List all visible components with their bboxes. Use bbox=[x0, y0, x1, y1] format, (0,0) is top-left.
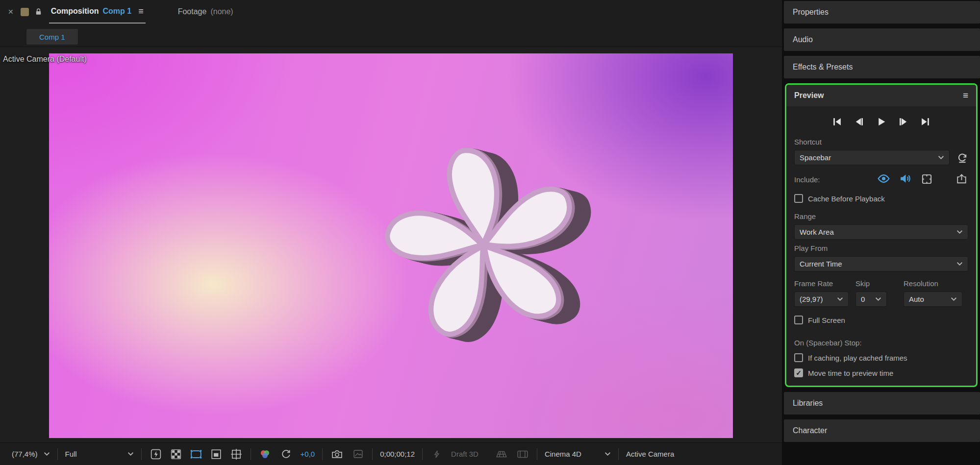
panel-color-swatch bbox=[21, 8, 29, 16]
comp-tab[interactable]: Comp 1 bbox=[26, 29, 78, 45]
panel-header-effects-presets[interactable]: Effects & Presets bbox=[784, 56, 980, 78]
resolution-label: Resolution bbox=[904, 279, 938, 288]
resolution-select[interactable]: Full bbox=[65, 450, 134, 458]
resolution-value: Full bbox=[65, 450, 77, 458]
ground-plane-button[interactable] bbox=[495, 448, 508, 461]
shortcut-label: Shortcut bbox=[794, 138, 968, 146]
toolbar-separator bbox=[57, 448, 58, 460]
frame-rate-label: Frame Rate bbox=[794, 279, 855, 288]
range-label: Range bbox=[794, 212, 968, 220]
previous-frame-button[interactable] bbox=[854, 117, 864, 127]
renderer-value: Cinema 4D bbox=[545, 450, 581, 458]
right-panel-stack: Properties Audio Effects & Presets Previ… bbox=[784, 0, 980, 465]
range-select[interactable]: Work Area bbox=[794, 224, 968, 240]
include-audio-toggle[interactable] bbox=[899, 173, 912, 185]
output-button[interactable] bbox=[955, 173, 968, 185]
preview-title: Preview bbox=[794, 91, 824, 100]
include-video-toggle[interactable] bbox=[877, 173, 890, 185]
panel-header-properties[interactable]: Properties bbox=[784, 1, 980, 24]
composition-viewer: Active Camera (Default) bbox=[0, 47, 782, 442]
view-value: Active Camera bbox=[626, 450, 674, 458]
include-label: Include: bbox=[794, 175, 820, 184]
include-overlays-toggle[interactable] bbox=[920, 173, 933, 185]
toolbar-separator bbox=[537, 448, 537, 460]
tab-footage[interactable]: Footage (none) bbox=[176, 0, 235, 24]
last-frame-button[interactable] bbox=[920, 117, 930, 127]
mask-visibility-button[interactable] bbox=[189, 448, 203, 461]
next-frame-button[interactable] bbox=[898, 117, 908, 127]
move-time-checkbox[interactable]: ✓ Move time to preview time bbox=[794, 367, 968, 379]
footage-tab-name: (none) bbox=[210, 7, 233, 16]
play-from-label: Play From bbox=[794, 244, 968, 252]
toolbar-separator bbox=[618, 448, 619, 460]
region-of-interest-button[interactable] bbox=[209, 448, 223, 461]
snapshot-button[interactable] bbox=[330, 448, 344, 461]
channels-button[interactable] bbox=[258, 448, 272, 461]
first-frame-button[interactable] bbox=[832, 117, 842, 127]
skip-label: Skip bbox=[855, 279, 904, 288]
show-snapshot-button[interactable] bbox=[351, 448, 365, 461]
full-screen-checkbox[interactable]: ✓ Full Screen bbox=[794, 314, 968, 326]
checkbox[interactable]: ✓ bbox=[794, 353, 803, 362]
chevron-down-icon bbox=[951, 297, 957, 301]
play-from-value: Current Time bbox=[800, 260, 956, 268]
skip-select[interactable]: 0 bbox=[855, 292, 887, 307]
panel-header-character[interactable]: Character bbox=[784, 419, 980, 442]
preview-panel-header[interactable]: Preview ≡ bbox=[786, 85, 976, 106]
if-caching-checkbox[interactable]: ✓ If caching, play cached frames bbox=[794, 352, 968, 364]
range-value: Work Area bbox=[800, 228, 956, 236]
resolution-preview-select[interactable]: Auto bbox=[904, 292, 962, 307]
viewer-tab-row: Comp 1 bbox=[0, 24, 782, 47]
preview-menu-icon[interactable]: ≡ bbox=[963, 90, 968, 101]
composition-canvas[interactable] bbox=[49, 53, 733, 438]
footage-tab-label: Footage bbox=[178, 7, 207, 16]
frame-rate-select[interactable]: (29,97) bbox=[794, 292, 849, 307]
zoom-select[interactable]: (77,4%) bbox=[12, 450, 50, 458]
play-button[interactable] bbox=[876, 117, 886, 127]
composition-tab-name: Comp 1 bbox=[103, 7, 132, 16]
checkbox-label: If caching, play cached frames bbox=[808, 354, 907, 362]
panel-menu-icon[interactable]: ≡ bbox=[138, 6, 144, 17]
exposure-value[interactable]: +0,0 bbox=[301, 450, 315, 458]
panel-header-libraries[interactable]: Libraries bbox=[784, 392, 980, 415]
toolbar-separator bbox=[422, 448, 423, 460]
checkbox-label: Full Screen bbox=[808, 316, 845, 324]
preview-panel: Preview ≡ bbox=[785, 83, 978, 387]
overlays-frame-icon bbox=[921, 173, 932, 187]
skip-value: 0 bbox=[861, 295, 875, 303]
composition-tab-label: Composition bbox=[51, 7, 99, 16]
shortcut-select[interactable]: Spacebar bbox=[794, 150, 950, 165]
reset-shortcut-button[interactable] bbox=[956, 152, 968, 164]
speaker-icon bbox=[899, 173, 911, 186]
transparency-grid-button[interactable] bbox=[169, 448, 183, 461]
checkbox[interactable]: ✓ bbox=[794, 194, 803, 203]
composition-panel: ✕ Composition Comp 1 ≡ Footage (none) Co… bbox=[0, 0, 782, 465]
play-from-select[interactable]: Current Time bbox=[794, 256, 968, 271]
comp-tab-label: Comp 1 bbox=[39, 33, 65, 41]
extended-viewer-button[interactable] bbox=[516, 448, 529, 461]
timecode-field[interactable]: 0;00;00;12 bbox=[380, 450, 415, 458]
close-icon[interactable]: ✕ bbox=[8, 8, 14, 16]
frame-rate-value: (29,97) bbox=[800, 295, 837, 303]
grid-guides-button[interactable] bbox=[229, 448, 243, 461]
renderer-select[interactable]: Cinema 4D bbox=[545, 450, 611, 458]
checkbox[interactable]: ✓ bbox=[794, 316, 803, 324]
transport-controls bbox=[794, 113, 968, 130]
checkbox[interactable]: ✓ bbox=[794, 368, 803, 377]
cache-before-playback-checkbox[interactable]: ✓ Cache Before Playback bbox=[794, 193, 968, 204]
checkbox-label: Move time to preview time bbox=[808, 369, 893, 377]
checkbox-label: Cache Before Playback bbox=[808, 195, 885, 203]
panel-tab-bar: ✕ Composition Comp 1 ≡ Footage (none) bbox=[0, 0, 782, 24]
panel-header-audio[interactable]: Audio bbox=[784, 28, 980, 51]
draft-3d-toggle[interactable]: Draft 3D bbox=[451, 450, 478, 458]
view-select[interactable]: Active Camera bbox=[626, 450, 674, 458]
lock-icon[interactable] bbox=[35, 8, 42, 16]
toolbar-separator bbox=[322, 448, 323, 460]
fast-previews-button[interactable] bbox=[149, 448, 163, 461]
active-camera-label: Active Camera (Default) bbox=[3, 55, 87, 64]
chevron-down-icon bbox=[44, 452, 50, 456]
chevron-down-icon bbox=[956, 230, 963, 234]
on-stop-label: On (Spacebar) Stop: bbox=[794, 339, 968, 347]
tab-composition[interactable]: Composition Comp 1 ≡ bbox=[49, 0, 146, 24]
exposure-reset-button[interactable] bbox=[279, 448, 293, 461]
